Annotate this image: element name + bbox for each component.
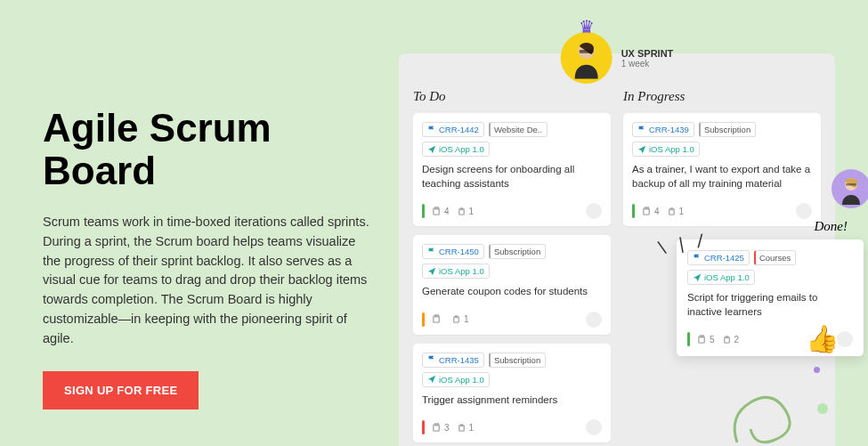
card-description: Design screens for onboarding all teachi… — [422, 163, 602, 191]
card-description: Generate coupon codes for students — [422, 285, 602, 299]
svg-rect-11 — [846, 183, 856, 186]
card-description: As a trainer, I want to export and take … — [632, 163, 812, 191]
priority-bar — [422, 312, 425, 327]
decorative-dot — [817, 403, 828, 414]
team-member-avatar — [831, 169, 868, 208]
card-app-tag: iOS App 1.0 — [687, 270, 755, 285]
card-id-tag: CRR-1439 — [632, 122, 694, 137]
card[interactable]: \ | / CRR-1425 Courses iOS App 1.0 Scrip… — [677, 239, 864, 356]
signup-button[interactable]: SIGN UP FOR FREE — [43, 371, 199, 410]
priority-bar — [632, 204, 635, 218]
card-category-tag: Subscription — [489, 244, 546, 259]
card[interactable]: CRR-1439 Subscription iOS App 1.0 As a t… — [623, 113, 821, 226]
count-1: 5 — [697, 335, 715, 345]
assignee-placeholder[interactable] — [796, 203, 812, 219]
card-category-tag: Courses — [754, 250, 796, 265]
column-title-done: Done! — [677, 219, 864, 234]
priority-bar — [687, 332, 690, 346]
card-app-tag: iOS App 1.0 — [632, 142, 700, 157]
sprint-name: UX SPRINT — [621, 48, 674, 59]
sprint-owner-avatar — [561, 32, 612, 84]
card-id-tag: CRR-1442 — [422, 122, 484, 137]
svg-rect-1 — [580, 50, 594, 53]
count-1: 4 — [432, 207, 450, 216]
column-todo: To Do CRR-1442 Website De.. iOS App 1.0 … — [413, 89, 611, 446]
priority-bar — [422, 420, 425, 434]
card-category-tag: Website De.. — [489, 122, 548, 137]
priority-bar — [422, 204, 425, 218]
count-2: 1 — [457, 207, 475, 216]
card[interactable]: CRR-1442 Website De.. iOS App 1.0 Design… — [413, 113, 611, 226]
assignee-placeholder[interactable] — [586, 312, 602, 328]
card-category-tag: Subscription — [699, 122, 756, 137]
count-2: 1 — [457, 423, 475, 433]
count-2: 1 — [667, 207, 685, 216]
card-id-tag: CRR-1435 — [422, 353, 484, 368]
card-description: Script for triggering emails to inactive… — [687, 291, 853, 319]
count-1 — [432, 314, 444, 324]
card-id-tag: CRR-1425 — [687, 250, 750, 265]
assignee-placeholder[interactable] — [586, 203, 602, 219]
crown-icon: ♛ — [579, 16, 595, 37]
card-id-tag: CRR-1450 — [422, 244, 484, 259]
card-app-tag: iOS App 1.0 — [422, 372, 490, 387]
column-title-progress: In Progress — [623, 89, 821, 104]
decorative-swirl — [719, 380, 799, 446]
count-2: 1 — [451, 314, 469, 324]
sprint-header: ♛ UX SPRINT 1 week — [561, 32, 674, 84]
assignee-placeholder[interactable] — [837, 331, 853, 347]
card-app-tag: iOS App 1.0 — [422, 142, 490, 157]
decorative-dot — [814, 367, 820, 373]
card-app-tag: iOS App 1.0 — [422, 264, 490, 279]
card[interactable]: CRR-1450 Subscription iOS App 1.0 Genera… — [413, 235, 611, 335]
column-title-todo: To Do — [413, 89, 611, 104]
scrum-board: ♛ UX SPRINT 1 week To Do CRR-1442 — [399, 53, 835, 446]
thumbs-up-icon: 👍 — [806, 323, 839, 354]
column-done: Done! \ | / CRR-1425 Courses iOS App 1.0… — [677, 219, 864, 365]
sprint-duration: 1 week — [621, 59, 674, 69]
assignee-placeholder[interactable] — [586, 419, 602, 435]
card-description: Trigger assignment reminders — [422, 393, 602, 408]
page-title: Agile Scrum Board — [43, 107, 372, 191]
page-description: Scrum teams work in time-boxed iteration… — [43, 213, 372, 348]
count-1: 3 — [432, 423, 450, 433]
count-1: 4 — [642, 207, 660, 216]
card-category-tag: Subscription — [489, 353, 546, 368]
card[interactable]: CRR-1435 Subscription iOS App 1.0 Trigge… — [413, 344, 611, 443]
count-2: 2 — [722, 335, 740, 345]
